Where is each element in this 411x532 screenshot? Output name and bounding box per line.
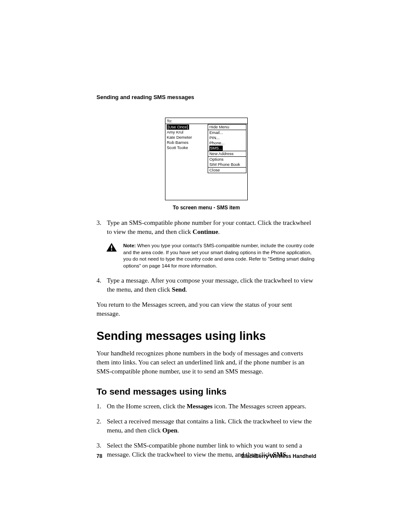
bold-continue: Continue [193,228,218,235]
svg-rect-2 [111,249,112,251]
menu-item: New Address [209,151,245,156]
bold-send: Send [172,286,186,293]
step-number: 3. [97,218,107,236]
note-body: When you type your contact's SMS-compati… [123,243,314,268]
figure-caption: To screen menu - SMS item [173,205,240,211]
section-header: Sending and reading SMS messages [97,94,316,100]
menu-item: Close [209,168,245,173]
to-header: To: [165,118,247,124]
menu-item: PIN... [209,135,245,140]
bold-open: Open [162,427,177,434]
step-number: 4. [97,276,107,294]
step-text: . [218,228,220,235]
context-menu: Hide Menu Email... PIN... Phone... SMS..… [208,124,246,173]
menu-item: Email... [209,130,245,135]
intro-paragraph: Your handheld recognizes phone numbers i… [97,349,316,376]
step-text: . [177,427,179,434]
step-text: Select a received message that contains … [107,418,312,434]
device-screenshot: To: [Use Once] Amy Krul Kate Demeter Rob… [165,118,248,200]
step-3: 3. Type an SMS-compatible phone number f… [97,218,316,236]
heading-sending-links: Sending messages using links [97,330,316,343]
menu-item-selected: SMS... [209,146,223,151]
use-once-item: [Use Once] [167,124,189,130]
menu-hide: Hide Menu [208,124,246,130]
step-text: On the Home screen, click the [107,403,187,410]
menu-item: Options [209,157,245,162]
note-block: Note: When you type your contact's SMS-c… [106,243,316,269]
svg-rect-1 [111,246,112,249]
step-text: icon. The Messages screen appears. [212,403,306,410]
product-name: BlackBerry Wireless Handheld [241,453,316,459]
step-text: . [185,286,187,293]
warning-icon [106,243,117,252]
note-label: Note: [123,243,136,248]
screenshot-figure: To: [Use Once] Amy Krul Kate Demeter Rob… [97,118,316,211]
link-step-2: 2. Select a received message that contai… [97,417,316,435]
step-text: Type a message. After you compose your m… [107,277,313,293]
link-step-1: 1. On the Home screen, click the Message… [97,402,316,411]
step-number: 1. [97,402,107,411]
page-footer: 78 BlackBerry Wireless Handheld [97,453,316,459]
menu-item: Phone... [209,140,245,146]
return-paragraph: You return to the Messages screen, and y… [97,300,316,318]
page-number: 78 [97,453,102,459]
step-4: 4. Type a message. After you compose you… [97,276,316,294]
bold-messages: Messages [187,403,212,410]
step-number: 2. [97,417,107,435]
menu-item: SIM Phone Book [209,162,245,167]
heading-to-send-links: To send messages using links [97,386,316,397]
